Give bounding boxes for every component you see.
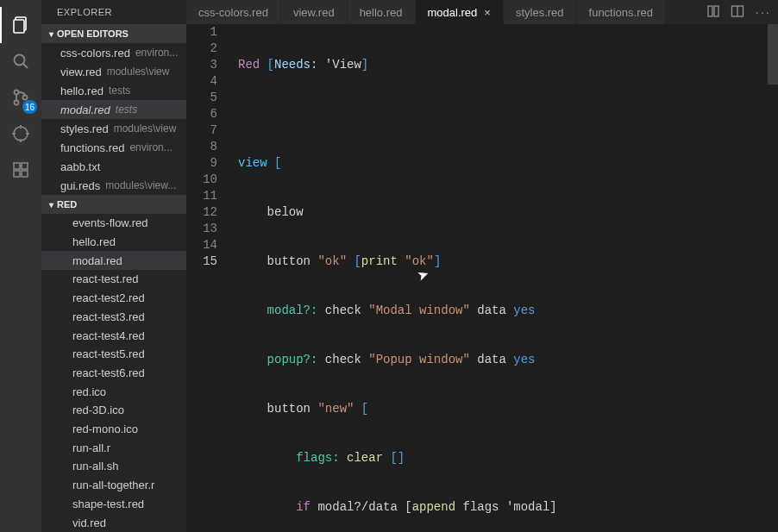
open-editors-label: OPEN EDITORS (57, 28, 129, 39)
svg-line-3 (23, 64, 28, 68)
open-editor-filename: gui.reds (60, 179, 100, 192)
open-editor-path: tests (116, 103, 137, 116)
explorer-icon[interactable] (0, 7, 41, 43)
open-editor-path: tests (109, 84, 130, 97)
open-editor-item[interactable]: hello.redtests (41, 81, 186, 100)
more-icon[interactable]: ··· (755, 5, 771, 19)
file-tree-item[interactable]: red-mono.ico (41, 420, 186, 439)
editor-tab[interactable]: modal.red× (416, 0, 504, 24)
chevron-down-icon: ▾ (45, 200, 57, 210)
debug-icon[interactable] (0, 116, 41, 152)
editor-body[interactable]: 123456789101112131415 Red [Needs: 'View]… (186, 24, 778, 532)
file-tree-item[interactable]: react-test4.red (41, 326, 186, 345)
tab-label: css-colors.red (198, 6, 268, 19)
open-editor-filename: css-colors.red (60, 47, 130, 59)
file-tree-item[interactable]: react-test5.red (41, 345, 186, 364)
file-tree-item[interactable]: react-test6.red (41, 364, 186, 383)
svg-rect-15 (22, 171, 28, 177)
svg-rect-1 (14, 20, 24, 33)
extensions-icon[interactable] (0, 152, 41, 188)
split-editor-icon[interactable] (731, 4, 744, 21)
file-tree-item[interactable]: react-test2.red (41, 289, 186, 308)
file-tree-item[interactable]: run-all-together.r (41, 476, 186, 495)
search-icon[interactable] (0, 43, 41, 79)
activity-bar: 16 (0, 0, 41, 532)
editor-tab[interactable]: css-colors.red (186, 0, 281, 24)
svg-rect-13 (22, 163, 28, 169)
open-editor-item[interactable]: aabb.txt (41, 157, 186, 176)
open-editor-item[interactable]: gui.redsmodules\view... (41, 176, 186, 195)
tab-actions: ··· (706, 0, 778, 24)
file-tree-item[interactable]: react-test.red (41, 270, 186, 289)
code-content[interactable]: Red [Needs: 'View] view [ below button "… (229, 24, 778, 532)
editor-tab[interactable]: styles.red (504, 0, 577, 24)
tab-label: view.red (293, 6, 335, 19)
line-number: 12 (186, 204, 217, 221)
open-editor-filename: aabb.txt (60, 160, 100, 173)
folder-file-list: events-flow.redhello.redmodal.redreact-t… (41, 214, 186, 532)
open-editor-item[interactable]: css-colors.redenviron... (41, 43, 186, 62)
file-tree-item[interactable]: shape-test.red (41, 495, 186, 514)
line-number: 5 (186, 90, 217, 106)
svg-point-6 (23, 96, 28, 100)
open-editor-path: environ... (129, 141, 172, 153)
open-editor-item[interactable]: modal.redtests (41, 100, 186, 119)
line-number: 8 (186, 139, 217, 155)
editor-tab[interactable]: functions.red (577, 0, 666, 24)
line-number: 11 (186, 188, 217, 204)
file-tree-item[interactable]: modal.red (41, 251, 186, 270)
tab-label: styles.red (516, 6, 564, 19)
open-editor-filename: view.red (60, 66, 102, 78)
line-number: 15 (186, 253, 217, 270)
editor-tab[interactable]: hello.red (348, 0, 416, 24)
line-number: 2 (186, 41, 217, 57)
explorer-sidebar: EXPLORER ▾ OPEN EDITORS css-colors.reden… (41, 0, 186, 532)
open-editor-path: modules\view... (105, 179, 176, 191)
open-editor-filename: styles.red (60, 122, 109, 135)
tab-label: hello.red (360, 6, 403, 19)
open-editors-list: css-colors.redenviron...view.redmodules\… (41, 43, 186, 195)
open-editor-path: modules\view (107, 66, 170, 78)
open-editor-path: environ... (135, 47, 178, 59)
file-tree-item[interactable]: events-flow.red (41, 214, 186, 233)
open-editors-header[interactable]: ▾ OPEN EDITORS (41, 24, 186, 43)
line-number: 6 (186, 106, 217, 122)
line-number: 1 (186, 24, 217, 41)
open-editor-filename: modal.red (60, 103, 110, 116)
open-editor-path: modules\view (114, 122, 177, 135)
tab-label: functions.red (589, 6, 653, 19)
file-tree-item[interactable]: run-all.r (41, 438, 186, 457)
chevron-down-icon: ▾ (45, 29, 57, 39)
file-tree-item[interactable]: run-all.sh (41, 457, 186, 476)
tab-label: modal.red (428, 6, 478, 19)
editor-tabs: css-colors.redview.redhello.redmodal.red… (186, 0, 778, 24)
file-tree-item[interactable]: red.ico (41, 382, 186, 401)
editor-scrollbar[interactable] (768, 24, 778, 84)
close-icon[interactable]: × (484, 6, 491, 19)
svg-rect-14 (14, 171, 20, 177)
open-editor-item[interactable]: functions.redenviron... (41, 138, 186, 157)
editor-tab[interactable]: view.red (281, 0, 348, 24)
file-tree-item[interactable]: red-3D.ico (41, 401, 186, 420)
file-tree-item[interactable]: vid.red (41, 513, 186, 532)
open-editor-filename: hello.red (60, 84, 104, 97)
editor-area: css-colors.redview.redhello.redmodal.red… (186, 0, 778, 532)
file-tree-item[interactable]: hello.red (41, 233, 186, 252)
folder-header[interactable]: ▾ RED (41, 195, 186, 214)
svg-point-7 (14, 127, 28, 141)
source-control-icon[interactable]: 16 (0, 79, 41, 116)
line-number: 14 (186, 237, 217, 253)
compare-changes-icon[interactable] (706, 4, 720, 21)
line-number: 4 (186, 73, 217, 90)
line-number: 7 (186, 122, 217, 139)
line-number: 10 (186, 172, 217, 188)
line-number: 13 (186, 221, 217, 237)
file-tree-item[interactable]: react-test3.red (41, 308, 186, 327)
svg-point-2 (15, 55, 25, 66)
open-editor-item[interactable]: view.redmodules\view (41, 62, 186, 81)
scm-badge: 16 (22, 100, 37, 114)
svg-rect-17 (714, 6, 718, 16)
open-editor-item[interactable]: styles.redmodules\view (41, 119, 186, 138)
svg-point-4 (15, 91, 19, 95)
svg-rect-16 (708, 6, 712, 16)
